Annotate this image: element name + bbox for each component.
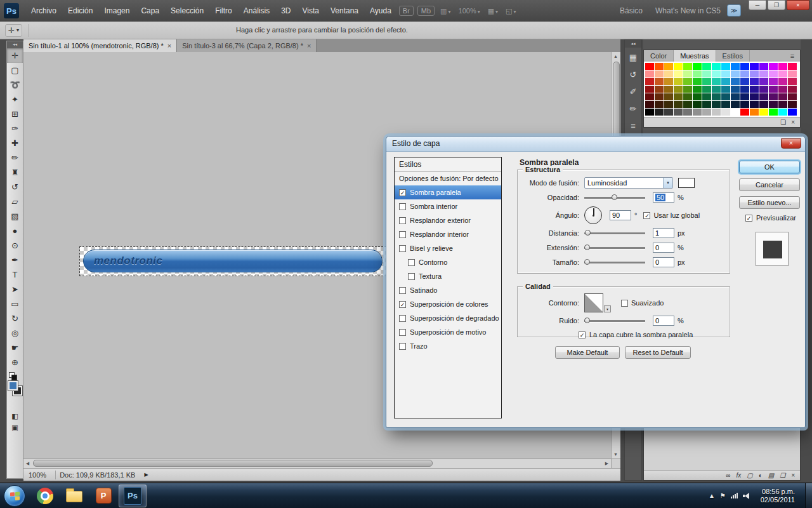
color-swatch[interactable] <box>693 109 702 116</box>
status-options-arrow-icon[interactable]: ▶ <box>144 472 148 478</box>
color-swatch[interactable] <box>721 86 730 93</box>
menu-imagen[interactable]: Imagen <box>98 0 135 22</box>
color-swatch[interactable] <box>759 101 768 108</box>
minimize-button[interactable]: ─ <box>749 0 766 10</box>
color-swatch[interactable] <box>788 70 797 77</box>
action-center-icon[interactable]: ⚑ <box>720 492 726 499</box>
style-checkbox[interactable] <box>399 217 406 224</box>
color-swatch[interactable] <box>712 78 721 85</box>
color-swatch[interactable] <box>683 70 692 77</box>
opacity-field[interactable]: 50 <box>653 192 674 203</box>
style-item-textura[interactable]: Textura <box>395 269 501 283</box>
horizontal-scroll-thumb[interactable] <box>33 460 433 467</box>
color-swatch[interactable] <box>693 70 702 77</box>
show-desktop-button[interactable] <box>805 483 812 508</box>
color-swatch[interactable] <box>769 101 778 108</box>
color-swatch[interactable] <box>702 93 711 100</box>
color-swatch[interactable] <box>778 86 787 93</box>
color-swatch[interactable] <box>655 86 664 93</box>
distance-field[interactable]: 1 <box>653 228 674 238</box>
color-swatch[interactable] <box>721 101 730 108</box>
contour-thumbnail[interactable] <box>584 293 603 312</box>
layer-effects-icon[interactable]: fx <box>736 472 741 479</box>
color-swatch[interactable] <box>721 109 730 116</box>
color-swatch[interactable] <box>693 93 702 100</box>
color-swatch[interactable] <box>655 78 664 85</box>
quick-selection-tool[interactable]: ✦ <box>7 92 23 107</box>
color-swatch[interactable] <box>712 63 721 70</box>
style-checkbox[interactable] <box>399 343 406 350</box>
style-item-resplandor-exterior[interactable]: Resplandor exterior <box>395 213 501 227</box>
whats-new-workspace[interactable]: What's New in CS5 <box>649 0 727 22</box>
color-swatch[interactable] <box>788 86 797 93</box>
style-item-contorno[interactable]: Contorno <box>395 255 501 269</box>
color-swatch[interactable] <box>731 109 740 116</box>
color-swatch[interactable] <box>683 101 692 108</box>
adjustment-layer-icon[interactable]: ◐ <box>759 472 763 479</box>
size-slider-thumb[interactable] <box>584 259 590 265</box>
color-swatch[interactable] <box>664 101 673 108</box>
color-swatch[interactable] <box>693 78 702 85</box>
volume-icon[interactable] <box>743 493 750 499</box>
color-swatch[interactable] <box>740 70 749 77</box>
panel-tab-estilos[interactable]: Estilos <box>716 50 750 62</box>
blending-options-item[interactable]: Opciones de fusión: Por defecto <box>395 171 501 185</box>
panel-tab-muestras[interactable]: Muestras <box>674 50 716 62</box>
taskbar-photoshop-button[interactable]: Ps <box>119 485 147 507</box>
color-swatch[interactable] <box>645 101 654 108</box>
tab-close-icon[interactable]: × <box>167 42 171 50</box>
style-checkbox[interactable] <box>399 245 406 252</box>
measurement-panel-icon[interactable]: ✐ <box>625 84 641 99</box>
reset-default-button[interactable]: Reset to Default <box>625 346 691 359</box>
view-extras-button[interactable]: ▥▾ <box>436 7 454 15</box>
color-swatch[interactable] <box>740 101 749 108</box>
color-swatch[interactable] <box>721 70 730 77</box>
dialog-title-bar[interactable]: Estilo de capa <box>386 137 805 152</box>
color-swatch[interactable] <box>778 109 787 116</box>
style-checkbox[interactable]: ✓ <box>399 189 406 196</box>
taskbar-clock[interactable]: 08:56 p.m. 02/05/2011 <box>756 488 800 504</box>
link-layers-icon[interactable]: ∞ <box>726 472 730 479</box>
taskbar-explorer-button[interactable] <box>60 485 88 507</box>
color-swatch[interactable] <box>750 101 759 108</box>
lasso-tool[interactable]: ➰ <box>7 77 23 92</box>
color-swatch[interactable] <box>721 78 730 85</box>
color-swatch[interactable] <box>645 86 654 93</box>
3d-camera-rotate-tool[interactable]: ◎ <box>7 326 23 340</box>
angle-dial[interactable] <box>584 206 602 224</box>
preview-checkbox[interactable]: ✓ <box>745 215 752 222</box>
color-swatch[interactable] <box>683 78 692 85</box>
color-swatch[interactable] <box>702 86 711 93</box>
style-item-sombra-interior[interactable]: Sombra interior <box>395 199 501 213</box>
taskbar-chrome-button[interactable] <box>31 485 59 507</box>
eyedropper-tool[interactable]: ✑ <box>7 121 23 136</box>
opacity-slider[interactable] <box>584 192 645 203</box>
color-swatch[interactable] <box>674 63 683 70</box>
color-swatch[interactable] <box>664 86 673 93</box>
new-layer-icon[interactable]: ❏ <box>780 472 785 479</box>
zoom-tool[interactable]: ⊕ <box>7 355 23 370</box>
color-swatch[interactable] <box>769 70 778 77</box>
color-swatch[interactable] <box>750 78 759 85</box>
color-swatch[interactable] <box>778 63 787 70</box>
menu-seleccion[interactable]: Selección <box>165 0 209 22</box>
opacity-slider-thumb[interactable] <box>612 194 617 200</box>
angle-field[interactable]: 90 <box>610 210 631 220</box>
shape-tool[interactable]: ▭ <box>7 297 23 311</box>
color-swatch[interactable] <box>702 63 711 70</box>
scroll-left-icon[interactable]: ◀ <box>23 459 32 467</box>
color-swatch[interactable] <box>750 63 759 70</box>
menu-analisis[interactable]: Análisis <box>238 0 275 22</box>
style-checkbox[interactable] <box>408 273 415 280</box>
style-item-satinado[interactable]: Satinado <box>395 283 501 297</box>
style-item-bisel-y-relieve[interactable]: Bisel y relieve <box>395 241 501 255</box>
color-swatch[interactable] <box>769 78 778 85</box>
document-tab[interactable]: Sin título-3 al 66,7% (Capa 2, RGB/8) *× <box>177 39 317 52</box>
taskbar-powerpoint-button[interactable]: P <box>89 485 117 507</box>
style-item-superposicion-de-colores[interactable]: ✓Superposición de colores <box>395 297 501 311</box>
screen-mode-button[interactable]: ◱▾ <box>502 7 520 15</box>
color-swatch[interactable] <box>750 86 759 93</box>
color-swatch[interactable] <box>750 109 759 116</box>
hand-tool[interactable]: ☛ <box>7 340 23 355</box>
spread-field[interactable]: 0 <box>653 243 674 253</box>
